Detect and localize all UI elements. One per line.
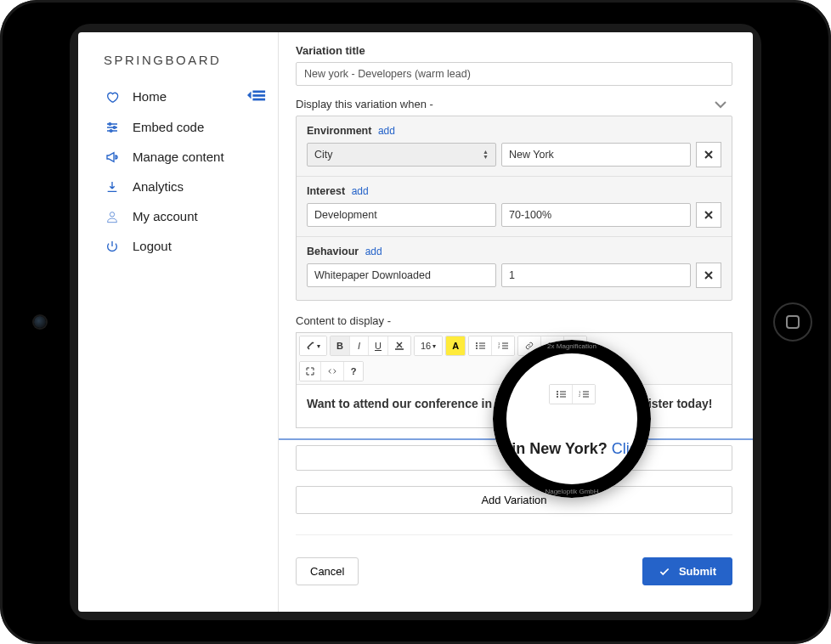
rule-interest: Interest add Development 70-100% bbox=[307, 185, 721, 228]
bold-button[interactable]: B bbox=[331, 336, 350, 355]
sidebar-item-label: Manage content bbox=[133, 150, 224, 164]
rule-label: Behaviour bbox=[307, 246, 359, 257]
tablet-frame: SPRINGBOARD Home Embed code bbox=[0, 0, 831, 644]
rich-text-editor: ▾ B I U 16▾ A bbox=[296, 332, 732, 428]
behaviour-attribute-input[interactable]: Whitepaper Downloaded bbox=[307, 263, 496, 287]
tablet-camera bbox=[34, 316, 46, 328]
svg-point-12 bbox=[476, 345, 478, 347]
add-interest-rule[interactable]: add bbox=[352, 185, 369, 197]
svg-point-10 bbox=[110, 212, 114, 216]
cancel-button[interactable]: Cancel bbox=[296, 557, 359, 585]
editor-content-area[interactable]: Want to attend our conference in New Yor… bbox=[297, 385, 732, 427]
select-value: City bbox=[314, 149, 333, 161]
style-dropdown-button[interactable]: ▾ bbox=[300, 336, 326, 355]
select-arrows-icon: ▲▼ bbox=[483, 150, 489, 160]
link-button[interactable] bbox=[518, 336, 541, 355]
underline-button[interactable]: U bbox=[369, 336, 388, 355]
variation-title-input[interactable] bbox=[296, 62, 732, 86]
svg-text:2: 2 bbox=[498, 345, 500, 349]
power-icon bbox=[104, 240, 121, 253]
content-to-display-label: Content to display - bbox=[296, 314, 732, 327]
display-when-label: Display this variation when - bbox=[296, 98, 732, 110]
fullscreen-button[interactable] bbox=[300, 362, 321, 381]
svg-point-11 bbox=[476, 342, 478, 344]
svg-rect-22 bbox=[549, 343, 556, 349]
editor-toolbar: ▾ B I U 16▾ A bbox=[297, 333, 732, 385]
content-text: Want to attend our conference in New Yor… bbox=[307, 397, 556, 410]
svg-marker-0 bbox=[247, 91, 252, 99]
behaviour-value-input[interactable]: 1 bbox=[501, 263, 691, 287]
submit-button[interactable]: Submit bbox=[642, 557, 732, 585]
main-panel: Variation title Display this variation w… bbox=[279, 32, 753, 612]
font-color-button[interactable]: A bbox=[446, 336, 465, 355]
user-icon bbox=[104, 210, 121, 223]
heart-icon bbox=[104, 90, 121, 104]
rules-box: Environment add City ▲▼ New York bbox=[296, 116, 732, 301]
code-view-button[interactable] bbox=[321, 362, 344, 381]
sidebar-item-label: Logout bbox=[133, 239, 172, 253]
add-variation-button[interactable]: Add Variation bbox=[296, 486, 732, 514]
delete-behaviour-rule-button[interactable] bbox=[696, 263, 721, 288]
rule-label: Environment bbox=[307, 125, 371, 137]
delete-interest-rule-button[interactable] bbox=[696, 202, 721, 228]
sidebar-item-label: Analytics bbox=[133, 179, 184, 194]
ordered-list-button[interactable]: 12 bbox=[492, 336, 514, 355]
content-text-after: to register today! bbox=[612, 397, 712, 410]
tablet-home-button[interactable] bbox=[773, 302, 812, 342]
sidebar-item-logout[interactable]: Logout bbox=[99, 231, 271, 261]
interest-attribute-input[interactable]: Development bbox=[307, 203, 496, 227]
form-footer: Cancel Submit bbox=[296, 534, 732, 585]
rule-divider bbox=[297, 236, 732, 237]
variation-title-label: Variation title bbox=[296, 44, 732, 57]
submit-label: Submit bbox=[679, 565, 716, 578]
sidebar-item-label: My account bbox=[133, 209, 198, 223]
bullhorn-icon bbox=[104, 150, 121, 164]
sidebar-item-label: Home bbox=[133, 89, 167, 104]
fontsize-dropdown[interactable]: 16▾ bbox=[415, 336, 442, 355]
sliders-icon bbox=[104, 121, 121, 134]
sidebar-item-home[interactable]: Home bbox=[99, 81, 271, 112]
delete-environment-rule-button[interactable] bbox=[696, 142, 721, 167]
sidebar-item-embed-code[interactable]: Embed code bbox=[99, 112, 271, 142]
image-button[interactable] bbox=[541, 336, 564, 355]
rule-behaviour: Behaviour add Whitepaper Downloaded 1 bbox=[307, 246, 721, 288]
add-environment-rule[interactable]: add bbox=[378, 125, 395, 137]
section-separator bbox=[279, 438, 753, 440]
tablet-bezel: SPRINGBOARD Home Embed code bbox=[70, 24, 761, 620]
svg-point-13 bbox=[476, 347, 478, 349]
download-icon bbox=[104, 180, 121, 194]
unordered-list-button[interactable] bbox=[469, 336, 492, 355]
rule-divider bbox=[297, 176, 732, 177]
svg-rect-1 bbox=[252, 91, 265, 93]
collapsed-variation-row[interactable] bbox=[296, 445, 732, 471]
rule-label: Interest bbox=[307, 185, 345, 197]
sidebar-item-analytics[interactable]: Analytics bbox=[99, 172, 271, 201]
add-behaviour-rule[interactable]: add bbox=[365, 246, 382, 257]
brand-title: SPRINGBOARD bbox=[104, 53, 271, 67]
nav-list: Home Embed code Manage content bbox=[99, 81, 271, 261]
collapse-rules-button[interactable] bbox=[714, 99, 727, 112]
environment-value-input[interactable]: New York bbox=[501, 143, 691, 167]
content-link[interactable]: Click here bbox=[559, 397, 612, 410]
app-screen: SPRINGBOARD Home Embed code bbox=[78, 32, 753, 612]
svg-rect-2 bbox=[252, 94, 265, 97]
sidebar-item-manage-content[interactable]: Manage content bbox=[99, 142, 271, 172]
sidebar-item-label: Embed code bbox=[133, 120, 204, 134]
italic-button[interactable]: I bbox=[350, 336, 369, 355]
clear-format-button[interactable] bbox=[388, 336, 410, 355]
sidebar-item-my-account[interactable]: My account bbox=[99, 201, 271, 231]
svg-rect-3 bbox=[252, 99, 265, 101]
rule-environment: Environment add City ▲▼ New York bbox=[307, 125, 721, 167]
help-button[interactable]: ? bbox=[344, 362, 363, 381]
interest-value-input[interactable]: 70-100% bbox=[501, 203, 691, 227]
environment-attribute-select[interactable]: City ▲▼ bbox=[307, 143, 496, 167]
video-button[interactable] bbox=[564, 336, 586, 355]
sidebar: SPRINGBOARD Home Embed code bbox=[78, 32, 278, 612]
active-indicator-icon bbox=[247, 88, 266, 105]
